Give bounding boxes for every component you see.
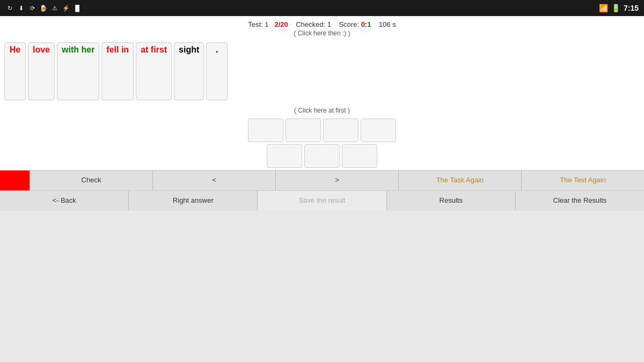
answer-row-1 [248, 119, 396, 142]
word-tile-sight[interactable]: sight [174, 42, 204, 100]
word-tile-at-first[interactable]: at first [136, 42, 172, 100]
answer-slot-3[interactable] [323, 119, 358, 142]
status-bar: ↻ ⬇ ⟳ 🍺 ⚠ ⚡ ▐▌ 📶 🔋 7:15 [0, 0, 644, 16]
beer-icon: 🍺 [39, 4, 48, 12]
test-again-button[interactable]: The Test Again [522, 171, 644, 190]
warning-icon: ⚠ [50, 4, 59, 12]
word-tile-fell-in[interactable]: fell in [101, 42, 134, 100]
answer-slot-2[interactable] [286, 119, 321, 142]
click-hint-answer: ( Click here at first ) [0, 104, 644, 116]
usb-icon: ⚡ [62, 4, 70, 12]
answer-slot-5[interactable] [267, 144, 302, 168]
answer-slots-area [0, 116, 644, 170]
answer-slot-6[interactable] [304, 144, 340, 168]
clear-results-button[interactable]: Clear the Results [516, 191, 644, 211]
click-hint-top: ( Click here then :) ) [0, 29, 644, 39]
check-button[interactable]: Check [30, 171, 153, 190]
word-tile-love[interactable]: love [28, 42, 55, 100]
download-icon: ⬇ [17, 4, 25, 12]
task-again-button[interactable]: The Task Again [399, 171, 522, 190]
save-result-button: Save the result [258, 191, 386, 211]
word-tiles-area: He love with her fell in at first sight … [0, 39, 644, 104]
main-panel: Test: 1 2/20 Checked: 1 Score: 0:1 106 s… [0, 16, 644, 211]
answer-row-2 [267, 144, 377, 168]
back-button[interactable]: <- Back [0, 191, 129, 211]
status-icons-left: ↻ ⬇ ⟳ 🍺 ⚠ ⚡ ▐▌ [5, 4, 82, 12]
word-tile-period[interactable]: . [206, 42, 228, 100]
button-row-1: Check < > The Task Again The Test Again [0, 170, 644, 190]
red-color-button[interactable] [0, 171, 30, 190]
score-red: 0 [361, 20, 365, 28]
word-tile-with-her[interactable]: with her [57, 42, 99, 100]
time-label: 106 s [379, 20, 396, 28]
results-button[interactable]: Results [387, 191, 516, 211]
answer-slot-1[interactable] [248, 119, 283, 142]
sync-icon: ↻ [5, 4, 14, 12]
score-label: Score: [339, 20, 359, 28]
stats-bar: Test: 1 2/20 Checked: 1 Score: 0:1 106 s [0, 16, 644, 29]
refresh-icon: ⟳ [28, 4, 36, 12]
progress-label: 2/20 [274, 20, 288, 28]
answer-slot-4[interactable] [361, 119, 396, 142]
button-row-2: <- Back Right answer Save the result Res… [0, 190, 644, 211]
test-label: Test: 1 [248, 20, 268, 28]
status-right: 📶 🔋 7:15 [599, 4, 639, 12]
score-green: 1 [367, 20, 371, 28]
clock-display: 7:15 [624, 4, 639, 12]
answer-slot-7[interactable] [342, 144, 377, 168]
signal-icon: ▐▌ [73, 4, 82, 12]
battery-icon: 🔋 [611, 4, 620, 12]
checked-label: Checked: 1 [296, 20, 331, 28]
prev-button[interactable]: < [153, 171, 276, 190]
signal-bars-icon: 📶 [599, 4, 608, 12]
next-button[interactable]: > [276, 171, 399, 190]
right-answer-button[interactable]: Right answer [129, 191, 258, 211]
word-tile-he[interactable]: He [4, 42, 26, 100]
